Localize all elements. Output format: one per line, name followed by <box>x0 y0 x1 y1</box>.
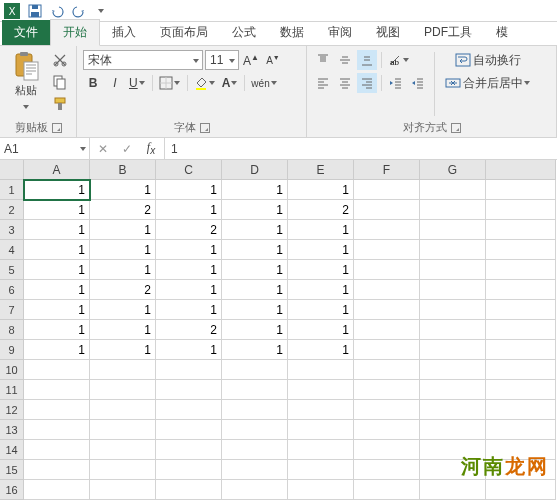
cell-C15[interactable] <box>156 460 222 480</box>
cell-extra-13[interactable] <box>486 420 556 440</box>
cell-D9[interactable]: 1 <box>222 340 288 360</box>
qat-save[interactable] <box>24 1 46 21</box>
row-header-11[interactable]: 11 <box>0 380 24 400</box>
cell-C2[interactable]: 1 <box>156 200 222 220</box>
cell-E4[interactable]: 1 <box>288 240 354 260</box>
cell-G10[interactable] <box>420 360 486 380</box>
cell-G4[interactable] <box>420 240 486 260</box>
cell-D3[interactable]: 1 <box>222 220 288 240</box>
row-header-6[interactable]: 6 <box>0 280 24 300</box>
cell-extra-11[interactable] <box>486 380 556 400</box>
cell-E2[interactable]: 2 <box>288 200 354 220</box>
column-header-F[interactable]: F <box>354 160 420 180</box>
cell-D12[interactable] <box>222 400 288 420</box>
cell-A9[interactable]: 1 <box>24 340 90 360</box>
cell-C5[interactable]: 1 <box>156 260 222 280</box>
cell-C12[interactable] <box>156 400 222 420</box>
qat-customize[interactable] <box>90 1 112 21</box>
row-header-2[interactable]: 2 <box>0 200 24 220</box>
tab-data[interactable]: 数据 <box>268 20 316 45</box>
cell-extra-15[interactable] <box>486 460 556 480</box>
cell-A14[interactable] <box>24 440 90 460</box>
cell-E13[interactable] <box>288 420 354 440</box>
cell-C11[interactable] <box>156 380 222 400</box>
align-center-button[interactable] <box>335 73 355 93</box>
cell-G9[interactable] <box>420 340 486 360</box>
cell-A6[interactable]: 1 <box>24 280 90 300</box>
tab-home[interactable]: 开始 <box>50 19 100 46</box>
cell-G13[interactable] <box>420 420 486 440</box>
cell-D1[interactable]: 1 <box>222 180 288 200</box>
cell-G8[interactable] <box>420 320 486 340</box>
cancel-formula-button[interactable]: ✕ <box>94 140 112 158</box>
cell-C14[interactable] <box>156 440 222 460</box>
cell-G15[interactable] <box>420 460 486 480</box>
align-right-button[interactable] <box>357 73 377 93</box>
font-name-select[interactable]: 宋体 <box>83 50 203 70</box>
cell-C6[interactable]: 1 <box>156 280 222 300</box>
cell-G3[interactable] <box>420 220 486 240</box>
cell-extra-12[interactable] <box>486 400 556 420</box>
tab-view[interactable]: 视图 <box>364 20 412 45</box>
row-header-7[interactable]: 7 <box>0 300 24 320</box>
cell-B15[interactable] <box>90 460 156 480</box>
copy-button[interactable] <box>50 72 70 92</box>
row-header-5[interactable]: 5 <box>0 260 24 280</box>
tab-formulas[interactable]: 公式 <box>220 20 268 45</box>
font-color-button[interactable]: A <box>220 73 241 93</box>
cell-extra-6[interactable] <box>486 280 556 300</box>
cell-B9[interactable]: 1 <box>90 340 156 360</box>
cell-D5[interactable]: 1 <box>222 260 288 280</box>
column-header-B[interactable]: B <box>90 160 156 180</box>
cell-A2[interactable]: 1 <box>24 200 90 220</box>
column-header-G[interactable]: G <box>420 160 486 180</box>
cell-F13[interactable] <box>354 420 420 440</box>
wrap-text-button[interactable]: 自动换行 <box>441 50 535 70</box>
tab-extra[interactable]: 模 <box>484 20 520 45</box>
cell-E10[interactable] <box>288 360 354 380</box>
format-painter-button[interactable] <box>50 94 70 114</box>
cell-E14[interactable] <box>288 440 354 460</box>
cell-F10[interactable] <box>354 360 420 380</box>
row-header-10[interactable]: 10 <box>0 360 24 380</box>
tab-layout[interactable]: 页面布局 <box>148 20 220 45</box>
cell-F3[interactable] <box>354 220 420 240</box>
cell-C13[interactable] <box>156 420 222 440</box>
decrease-font-button[interactable]: A▼ <box>263 50 283 70</box>
italic-button[interactable]: I <box>105 73 125 93</box>
cell-F6[interactable] <box>354 280 420 300</box>
phonetic-button[interactable]: wén <box>249 73 279 93</box>
borders-button[interactable] <box>157 73 183 93</box>
cell-A16[interactable] <box>24 480 90 500</box>
font-size-select[interactable]: 11 <box>205 50 239 70</box>
cell-A1[interactable]: 1 <box>24 180 90 200</box>
clipboard-launcher[interactable] <box>52 123 62 133</box>
increase-indent-button[interactable] <box>408 73 428 93</box>
cut-button[interactable] <box>50 50 70 70</box>
cell-F2[interactable] <box>354 200 420 220</box>
cell-F15[interactable] <box>354 460 420 480</box>
fill-color-button[interactable] <box>192 73 218 93</box>
cell-F12[interactable] <box>354 400 420 420</box>
cell-F16[interactable] <box>354 480 420 500</box>
cell-G14[interactable] <box>420 440 486 460</box>
cell-G12[interactable] <box>420 400 486 420</box>
cell-E9[interactable]: 1 <box>288 340 354 360</box>
cell-D13[interactable] <box>222 420 288 440</box>
cell-A3[interactable]: 1 <box>24 220 90 240</box>
cell-A12[interactable] <box>24 400 90 420</box>
cell-E8[interactable]: 1 <box>288 320 354 340</box>
cell-A7[interactable]: 1 <box>24 300 90 320</box>
cell-B14[interactable] <box>90 440 156 460</box>
column-header-E[interactable]: E <box>288 160 354 180</box>
row-header-8[interactable]: 8 <box>0 320 24 340</box>
cell-D14[interactable] <box>222 440 288 460</box>
cell-E3[interactable]: 1 <box>288 220 354 240</box>
cell-D10[interactable] <box>222 360 288 380</box>
cell-E5[interactable]: 1 <box>288 260 354 280</box>
cell-C3[interactable]: 2 <box>156 220 222 240</box>
cell-E1[interactable]: 1 <box>288 180 354 200</box>
cell-A5[interactable]: 1 <box>24 260 90 280</box>
cell-B13[interactable] <box>90 420 156 440</box>
cell-F9[interactable] <box>354 340 420 360</box>
